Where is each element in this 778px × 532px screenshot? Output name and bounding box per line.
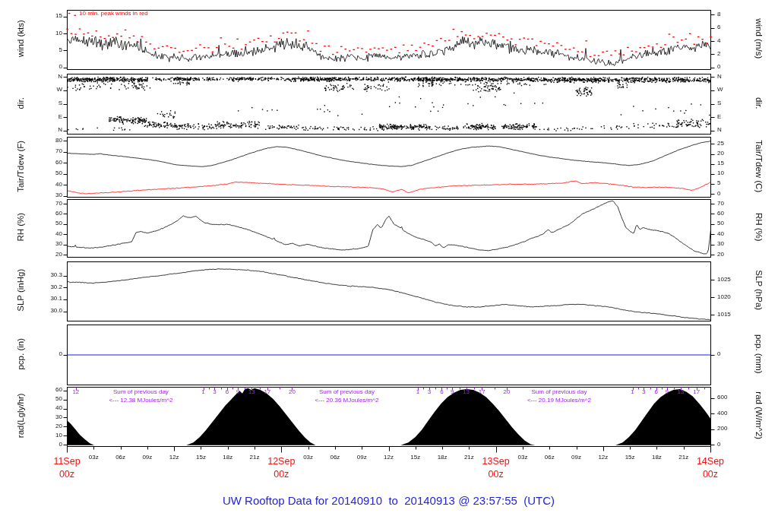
hour-tick-label: 15z	[190, 454, 211, 461]
hour-tick-label: 12z	[378, 454, 400, 461]
day-label: 11Sep	[47, 457, 87, 467]
sum-previous-day-value: <--- 20.19 MJoules/m^2	[498, 397, 620, 404]
y-tick-label-left-tair: 30	[30, 192, 62, 198]
y-tick-label-left-tair: 80	[30, 138, 62, 144]
figure-title: UW Rooftop Data for 20140910 to 20140913…	[67, 494, 710, 507]
y-tick-label-left-tair: 70	[30, 148, 62, 154]
y-tick-label-right-tair: 25	[717, 141, 724, 147]
sum-previous-day-label: Sum of previous day	[286, 389, 407, 395]
y-tick-label-right-tair: 15	[717, 160, 724, 166]
y-tick-label-left-wind: 10	[30, 30, 62, 36]
y-tick-label-right-dir: N	[717, 74, 722, 80]
y-tick-label-right-slp: 1025	[717, 277, 731, 283]
y-tick-label-right-tair: 10	[717, 170, 724, 176]
y-tick-label-left-rad: 50	[30, 396, 62, 402]
hour-tick-label: 06z	[110, 454, 131, 461]
y-tick-label-right-dir: S	[717, 100, 721, 106]
mj-sum-mark: 17	[260, 389, 275, 395]
day-sub-label: 00z	[476, 470, 516, 480]
day-label: 13Sep	[476, 457, 516, 467]
hour-tick-label: 09z	[566, 454, 587, 461]
day-sub-label: 00z	[261, 470, 301, 480]
mj-sum-mark: 13	[459, 389, 474, 395]
y-tick-label-left-pcp: 0	[30, 351, 62, 357]
mj-sum-mark: 9	[659, 389, 675, 395]
meteogram-canvas	[0, 0, 778, 532]
y-tick-label-right-slp: 1015	[717, 312, 731, 318]
hour-tick-label: 06z	[324, 454, 346, 461]
day-sub-label: 00z	[691, 470, 730, 480]
y-tick-label-right-pcp: 0	[717, 351, 720, 357]
y-tick-label-left-slp: 30.3	[30, 272, 62, 278]
y-tick-label-right-dir: W	[717, 87, 723, 93]
y-tick-label-left-rad: 60	[30, 387, 62, 393]
mj-sum-mark: 13	[244, 389, 259, 395]
sum-previous-day-value: <--- 12.38 MJoules/m^2	[80, 397, 201, 404]
y-tick-label-left-dir: E	[30, 114, 62, 120]
day-label: 14Sep	[691, 457, 730, 467]
y-tick-label-right-rad: 400	[717, 410, 727, 416]
y-tick-label-left-dir: W	[30, 87, 62, 93]
mj-sum-mark: 9	[230, 389, 245, 395]
y-tick-label-right-wind: 6	[717, 24, 720, 30]
mj-sum-mark: 17	[689, 389, 704, 395]
y-tick-label-left-rad: 0	[30, 442, 62, 448]
mj-sum-mark: 9	[444, 389, 460, 395]
y-tick-label-left-rad: 30	[30, 414, 62, 420]
hour-tick-label: 15z	[405, 454, 426, 461]
y-tick-label-right-wind: 2	[717, 51, 720, 57]
y-tick-label-left-rad: 10	[30, 432, 62, 439]
y-tick-label-left-rad: 20	[30, 423, 62, 429]
y-tick-label-right-wind: 8	[717, 11, 720, 17]
y-tick-label-right-wind: 0	[717, 64, 720, 70]
y-tick-label-left-dir: N	[30, 74, 62, 80]
y-tick-label-right-dir: E	[717, 114, 721, 120]
axis-label-right-rad: rad (W/m^2)	[754, 370, 763, 461]
hour-tick-label: 18z	[646, 454, 667, 461]
hour-tick-label: 09z	[351, 454, 372, 461]
y-tick-label-left-slp: 30.2	[30, 284, 62, 290]
hour-tick-label: 18z	[217, 454, 239, 461]
hour-tick-label: 15z	[619, 454, 640, 461]
axis-label-left-rad: rad(Lgly/hr)	[17, 370, 26, 461]
y-tick-label-right-tair: 0	[717, 191, 720, 197]
y-tick-label-right-rh: 40	[717, 231, 724, 237]
day-sub-label: 00z	[47, 470, 87, 480]
y-tick-label-left-rh: 70	[30, 201, 62, 207]
hour-tick-label: 12z	[163, 454, 185, 461]
y-tick-label-right-rh: 30	[717, 241, 724, 247]
y-tick-label-right-rad: 0	[717, 442, 720, 448]
y-tick-label-right-rh: 50	[717, 220, 724, 226]
y-tick-label-left-rh: 60	[30, 211, 62, 217]
y-tick-label-right-rh: 20	[717, 252, 724, 258]
y-tick-label-right-rad: 200	[717, 426, 727, 432]
y-tick-label-left-rh: 40	[30, 231, 62, 237]
y-tick-label-right-wind: 4	[717, 38, 720, 44]
y-tick-label-right-rh: 60	[717, 211, 724, 217]
y-tick-label-left-slp: 30.0	[30, 308, 62, 314]
sum-previous-day-label: Sum of previous day	[80, 389, 201, 395]
day-label: 12Sep	[261, 457, 301, 467]
y-tick-label-left-wind: 0	[30, 64, 62, 70]
y-tick-label-left-wind: 5	[30, 47, 62, 53]
mj-sum-mark: 17	[474, 389, 489, 395]
y-tick-label-left-slp: 30.1	[30, 296, 62, 302]
y-tick-label-left-tair: 50	[30, 170, 62, 176]
y-tick-label-left-tair: 60	[30, 160, 62, 166]
y-tick-label-right-dir: N	[717, 127, 722, 133]
y-tick-label-left-dir: N	[30, 127, 62, 133]
y-tick-label-left-rad: 40	[30, 405, 62, 411]
hour-tick-label: 09z	[137, 454, 158, 461]
hour-tick-label: 06z	[539, 454, 560, 461]
y-tick-label-left-rh: 50	[30, 220, 62, 226]
sum-previous-day-value: <--- 20.36 MJoules/m^2	[286, 397, 407, 404]
hour-tick-label: 18z	[432, 454, 453, 461]
y-tick-label-right-slp: 1020	[717, 294, 731, 300]
y-tick-label-left-rh: 20	[30, 252, 62, 258]
y-tick-label-left-tair: 40	[30, 182, 62, 188]
hour-tick-label: 12z	[593, 454, 614, 461]
mj-sum-mark: 13	[673, 389, 688, 395]
y-tick-label-left-rh: 30	[30, 241, 62, 247]
y-tick-label-right-rad: 600	[717, 394, 727, 401]
wind-peak-note: 10 min. peak winds in red	[79, 11, 148, 17]
